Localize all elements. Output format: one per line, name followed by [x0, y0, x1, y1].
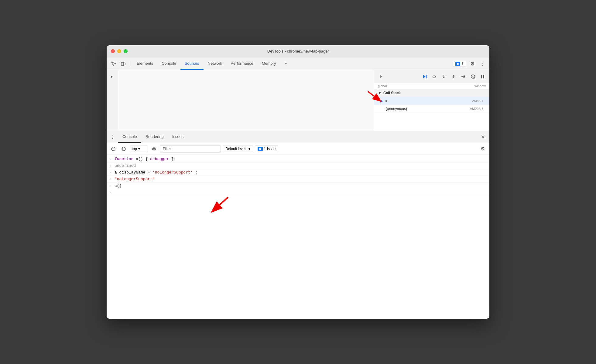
pause-exceptions-btn[interactable] — [478, 72, 487, 81]
inspect-icon[interactable] — [109, 60, 118, 68]
call-stack-chevron: ▼ — [378, 91, 382, 95]
close-button[interactable] — [111, 49, 115, 53]
console-filter-bar: top ▾ Default levels ▾ — [107, 143, 489, 155]
console-menu-icon[interactable]: ⋮ — [109, 133, 116, 141]
console-toolbar: ⋮ Console Rendering Issues ✕ — [107, 131, 489, 143]
entry-name-1: (anonymous) — [386, 107, 407, 111]
call-stack-entry-1[interactable]: (anonymous) VM206:1 — [374, 105, 489, 113]
filter-icon[interactable] — [119, 145, 128, 153]
console-area: ⋮ Console Rendering Issues ✕ — [107, 131, 489, 319]
svg-point-17 — [152, 148, 156, 150]
step-out-btn[interactable] — [449, 72, 458, 81]
input-arrow-4: › — [109, 184, 113, 188]
issue-badge-icon: ■ — [258, 147, 263, 151]
svg-rect-10 — [481, 75, 482, 78]
toolbar-divider — [130, 61, 130, 67]
annotation-arrow-2 — [204, 194, 234, 215]
entry-location-1: VM206:1 — [470, 107, 483, 111]
console-result-3: "noLongerSupport" — [115, 177, 155, 181]
debug-toolbar — [374, 70, 489, 83]
step-btn[interactable] — [459, 72, 468, 81]
title-bar: DevTools - chrome://new-tab-page/ — [107, 45, 489, 57]
devtools-panel: Elements Console Sources Network Perform… — [107, 57, 489, 319]
tab-more[interactable]: » — [280, 57, 291, 70]
console-code-4: a() — [115, 184, 122, 188]
device-icon[interactable] — [119, 60, 127, 68]
clear-console-icon[interactable] — [109, 145, 118, 153]
deactivate-btn[interactable] — [469, 72, 477, 81]
sidebar-toggle-icon[interactable] — [108, 73, 117, 81]
sources-sidebar — [107, 70, 118, 131]
console-content: › function a() { debugger } ‹ undefined — [107, 155, 489, 319]
call-stack-section: ▼ Call Stack ▶ a VM83:1 (an — [374, 89, 489, 113]
devtools-window: DevTools - chrome://new-tab-page/ Elemen… — [107, 45, 489, 319]
tab-network[interactable]: Network — [204, 57, 227, 70]
call-stack-panel: global window ▼ Call Stack ▶ a — [374, 83, 489, 131]
issue-count-text: 1 — [461, 62, 464, 66]
sources-area: global window ▼ Call Stack ▶ a — [107, 70, 489, 131]
tab-memory[interactable]: Memory — [258, 57, 280, 70]
input-arrow-2: › — [109, 171, 113, 174]
levels-chevron: ▾ — [248, 147, 250, 151]
global-row: global window — [374, 83, 489, 89]
svg-point-18 — [153, 148, 155, 149]
tab-console[interactable]: Console — [157, 57, 180, 70]
sources-play-icon[interactable] — [377, 72, 385, 81]
main-area: global window ▼ Call Stack ▶ a — [107, 70, 489, 319]
issue-badge[interactable]: ■ 1 — [453, 61, 466, 67]
levels-label: Default levels — [225, 147, 247, 151]
tab-console-panel[interactable]: Console — [118, 131, 141, 143]
tab-issues[interactable]: Issues — [168, 131, 188, 143]
console-settings-icon[interactable]: ⚙ — [478, 145, 487, 153]
call-stack-header[interactable]: ▼ Call Stack — [374, 89, 489, 97]
global-label: global — [378, 84, 387, 88]
svg-rect-1 — [124, 63, 125, 65]
console-code-0: function a() { debugger } — [115, 157, 174, 161]
tab-list: Elements Console Sources Network Perform… — [132, 57, 291, 70]
output-arrow-3: ‹ — [109, 177, 113, 181]
maximize-button[interactable] — [124, 49, 128, 53]
console-line-4: › a() — [107, 183, 489, 189]
svg-rect-11 — [483, 75, 484, 78]
console-line-2: › a.displayName = 'noLongerSupport' ; — [107, 169, 489, 176]
levels-button[interactable]: Default levels ▾ — [223, 146, 253, 152]
svg-rect-2 — [426, 75, 427, 78]
call-stack-entry-0[interactable]: ▶ a VM83:1 — [374, 97, 489, 105]
console-tabs: Console Rendering Issues — [118, 131, 188, 143]
active-arrow-icon: ▶ — [380, 99, 383, 103]
global-value: window — [474, 84, 486, 88]
console-line-3: ‹ "noLongerSupport" — [107, 176, 489, 183]
call-stack-title: Call Stack — [383, 91, 401, 95]
prompt-arrow: › — [109, 191, 113, 194]
tab-performance[interactable]: Performance — [226, 57, 257, 70]
console-undefined-1: undefined — [115, 163, 136, 168]
settings-icon[interactable]: ⚙ — [468, 60, 477, 68]
console-line-0: › function a() { debugger } — [107, 156, 489, 163]
tab-rendering[interactable]: Rendering — [141, 131, 168, 143]
badge-icon: ■ — [455, 62, 461, 66]
console-prompt-line[interactable]: › — [107, 189, 489, 196]
entry-location-0: VM83:1 — [472, 99, 483, 103]
console-code-2: a.displayName = 'noLongerSupport' ; — [115, 170, 197, 175]
step-into-btn[interactable] — [440, 72, 448, 81]
input-arrow-0: › — [109, 157, 113, 161]
step-over-btn[interactable] — [430, 72, 438, 81]
eye-icon[interactable] — [150, 145, 158, 153]
output-arrow-1: ‹ — [109, 164, 113, 168]
filter-input[interactable] — [160, 145, 221, 153]
issue-count-badge[interactable]: ■ 1 Issue — [255, 146, 278, 152]
console-line-1: ‹ undefined — [107, 163, 489, 169]
tab-sources[interactable]: Sources — [180, 57, 204, 70]
context-select[interactable]: top ▾ — [130, 146, 148, 152]
tab-elements[interactable]: Elements — [132, 57, 157, 70]
minimize-button[interactable] — [117, 49, 121, 53]
traffic-lights — [111, 49, 128, 53]
issue-count-label: 1 Issue — [264, 147, 276, 151]
more-icon[interactable]: ⋮ — [478, 60, 487, 68]
svg-point-15 — [122, 147, 125, 151]
toolbar-right: ■ 1 ⚙ ⋮ — [453, 60, 487, 68]
resume-btn[interactable] — [420, 72, 429, 81]
close-console-icon[interactable]: ✕ — [478, 133, 487, 141]
window-title: DevTools - chrome://new-tab-page/ — [267, 49, 329, 53]
svg-rect-0 — [121, 62, 124, 66]
